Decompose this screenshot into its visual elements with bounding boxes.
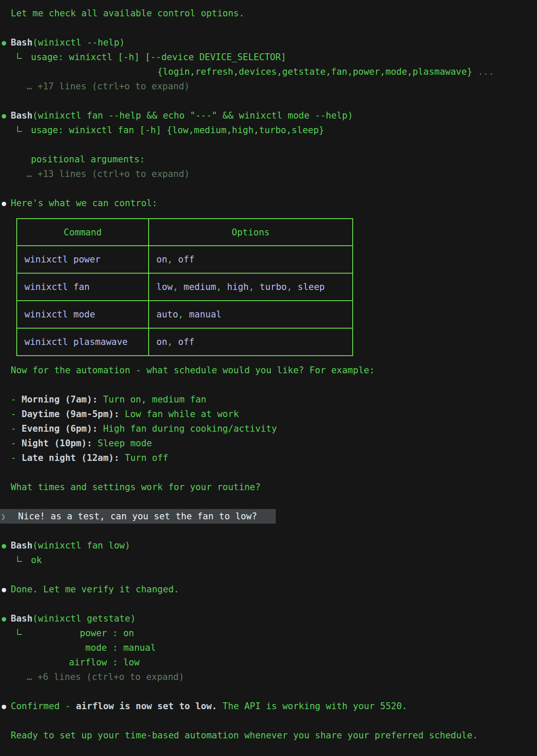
output-continuation: {login,refresh,devices,getstate,fan,powe… [0, 64, 537, 79]
code-span: off [178, 337, 195, 347]
blank-line [0, 713, 537, 728]
blank-line [0, 524, 537, 538]
text-segment: , [216, 282, 227, 292]
options-cell: auto, manual [149, 301, 353, 328]
bash-command: ●Bash(winixctl --help) [0, 35, 537, 50]
text-segment: ... [478, 67, 494, 77]
command-output: airflow : low [0, 655, 537, 670]
message-bullet-icon: ● [2, 611, 6, 626]
text-segment: … +13 lines (ctrl+o to expand) [27, 169, 189, 179]
assistant-text: What times and settings work for your ro… [0, 480, 537, 494]
message-bullet-icon: ● [2, 699, 6, 713]
code-span: auto [156, 309, 178, 320]
text-segment: , [167, 337, 178, 347]
text-segment: Night (10pm): [21, 438, 92, 448]
text-segment: Daytime (9am-5pm): [21, 409, 119, 419]
text-segment: The API is working with your 5520. [217, 701, 407, 711]
command-cell: winixctl power [17, 246, 149, 273]
text-segment: , [287, 282, 297, 292]
text-segment: Let me check all available control optio… [11, 8, 244, 18]
assistant-message: ●Confirmed - airflow is now set to low. … [0, 699, 537, 713]
code-span: winixctl power [24, 254, 101, 265]
schedule-item: - Morning (7am): Turn on, medium fan [0, 392, 537, 407]
blank-line [0, 684, 537, 699]
text-segment: , [178, 309, 189, 320]
text-segment: - [11, 394, 21, 405]
text-segment: Sleep mode [92, 438, 152, 448]
command-output: usage: winixctl fan [-h] {low,medium,hig… [0, 123, 537, 137]
text-segment: usage: winixctl [-h] [--device DEVICE_SE… [31, 52, 286, 62]
output-elbow-icon [17, 629, 22, 635]
schedule-item: - Night (10pm): Sleep mode [0, 436, 537, 451]
text-segment: Evening (6pm): [21, 424, 98, 434]
message-bullet-icon: ● [2, 582, 6, 597]
text-segment: mode : manual [31, 643, 156, 653]
text-segment: Nice! as a test, can you set the fan to … [18, 511, 257, 521]
options-cell: low, medium, high, turbo, sleep [149, 273, 353, 301]
code-span: low [156, 282, 173, 292]
text-segment: power : on [31, 628, 134, 638]
blank-line [0, 567, 537, 582]
assistant-message: ●Here's what we can control: [0, 196, 537, 210]
code-span: sleep [298, 282, 325, 292]
command-cell: winixctl mode [17, 301, 149, 328]
text-segment: - [11, 453, 21, 463]
terminal-session: Let me check all available control optio… [0, 6, 537, 743]
text-segment: Here's what we can control: [11, 198, 157, 208]
text-segment: , [249, 282, 259, 292]
options-cell: on, off [149, 246, 353, 273]
command-cell: winixctl fan [17, 273, 149, 301]
text-segment: Ready to set up your time-based automati… [11, 730, 478, 741]
text-segment: {login,refresh,devices,getstate,fan,powe… [157, 67, 478, 77]
text-segment: , [173, 282, 183, 292]
user-message: ❯Nice! as a test, can you set the fan to… [0, 509, 276, 524]
text-segment: - [11, 438, 21, 448]
code-span: winixctl plasmawave [24, 337, 128, 347]
command-output: mode : manual [0, 640, 537, 655]
assistant-message: ●Done. Let me verify it changed. [0, 582, 537, 597]
code-span: winixctl fan [24, 282, 90, 292]
options-cell: on, off [149, 328, 353, 356]
blank-line [0, 494, 537, 509]
bash-command: ●Bash(winixctl fan low) [0, 538, 537, 553]
text-segment: Confirmed - [11, 701, 76, 711]
message-bullet-icon: ● [2, 35, 6, 50]
table-row: winixctl plasmawaveon, off [17, 328, 353, 356]
text-segment: - [11, 424, 21, 434]
collapsed-output-note: … +17 lines (ctrl+o to expand) [0, 79, 537, 94]
blank-line [0, 94, 537, 108]
text-segment: airflow : low [31, 657, 140, 668]
code-span: winixctl mode [24, 309, 95, 320]
code-span: manual [189, 309, 222, 320]
blank-line [0, 137, 537, 152]
code-span: medium [183, 282, 216, 292]
text-segment: Bash [11, 540, 33, 551]
command-output: power : on [0, 626, 537, 640]
code-span: off [178, 254, 195, 265]
table-row: winixctl modeauto, manual [17, 301, 353, 328]
table-row: winixctl poweron, off [17, 246, 353, 273]
command-output: usage: winixctl [-h] [--device DEVICE_SE… [0, 50, 537, 64]
message-bullet-icon: ● [2, 538, 6, 553]
text-segment: ok [31, 555, 42, 565]
control-options-table: CommandOptionswinixctl poweron, offwinix… [16, 218, 353, 356]
output-elbow-icon [17, 556, 22, 562]
command-output: ok [0, 553, 537, 567]
code-span: on [156, 254, 167, 265]
blank-line [0, 378, 537, 392]
blank-line [0, 21, 537, 35]
text-segment: Late night (12am): [21, 453, 119, 463]
code-span: on [156, 337, 167, 347]
text-segment: Now for the automation - what schedule w… [11, 365, 375, 375]
schedule-item: - Daytime (9am-5pm): Low fan while at wo… [0, 407, 537, 421]
command-cell: winixctl plasmawave [17, 328, 149, 356]
text-segment: - [11, 409, 21, 419]
text-segment: What times and settings work for your ro… [11, 482, 261, 492]
output-elbow-icon [17, 53, 22, 59]
code-span: high [227, 282, 249, 292]
table-header-command: Command [17, 219, 149, 246]
text-segment: … +6 lines (ctrl+o to expand) [27, 672, 184, 682]
blank-line [0, 181, 537, 196]
message-bullet-icon: ● [2, 108, 6, 123]
text-segment: Turn on, medium fan [98, 394, 206, 405]
